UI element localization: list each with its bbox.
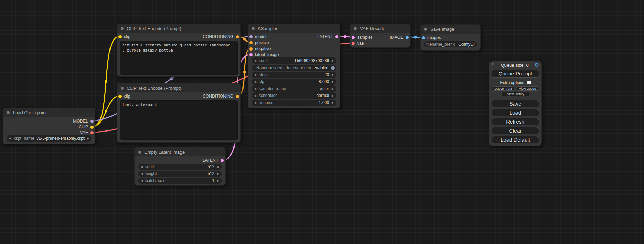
drag-handle-icon[interactable]: ⠿ [492, 63, 495, 68]
collapse-dot-icon[interactable] [138, 151, 141, 154]
widget-filename-prefix[interactable]: filename_prefix ComfyUI [424, 41, 477, 47]
node-title-bar[interactable]: CLIP Text Encode (Prompt) [117, 24, 240, 33]
output-port-clip[interactable] [90, 126, 94, 129]
decrement-arrow-icon[interactable]: ◀ [254, 59, 256, 62]
node-load-checkpoint[interactable]: Load Checkpoint MODEL CLIP VAE ◀ ckpt_na… [3, 108, 95, 144]
output-port-conditioning[interactable] [236, 95, 239, 98]
decrement-arrow-icon[interactable]: ◀ [141, 165, 143, 169]
node-save-image[interactable]: Save Image images filename_prefix ComfyU… [420, 24, 481, 51]
increment-arrow-icon[interactable]: ▶ [332, 80, 334, 83]
node-clip-text-encode-positive[interactable]: CLIP Text Encode (Prompt) clip CONDITION… [117, 24, 241, 77]
increment-arrow-icon[interactable]: ▶ [217, 172, 219, 175]
slot-label: CONDITIONING [203, 34, 233, 39]
output-port-latent[interactable] [335, 35, 338, 38]
widget-seed[interactable]: ◀ seed 156680208700286 ▶ [252, 57, 336, 64]
collapse-dot-icon[interactable] [7, 111, 10, 114]
load-button[interactable]: Load [492, 109, 539, 116]
negative-prompt-textarea[interactable]: text, watermark [120, 100, 238, 140]
output-port-latent[interactable] [221, 159, 224, 162]
increment-arrow-icon[interactable]: ▶ [332, 59, 334, 62]
input-port-images[interactable] [422, 36, 425, 39]
input-port-latent-image[interactable] [249, 53, 253, 56]
save-button[interactable]: Save [492, 100, 539, 107]
collapse-dot-icon[interactable] [121, 87, 124, 90]
node-empty-latent-image[interactable]: Empty Latent Image LATENT ◀ width 512 ▶ … [134, 147, 226, 186]
collapse-dot-icon[interactable] [252, 27, 255, 30]
node-title-bar[interactable]: CLIP Text Encode (Prompt) [117, 83, 240, 92]
widget-cfg[interactable]: ◀ cfg 8.000 ▶ [252, 79, 336, 85]
input-port-model[interactable] [249, 35, 253, 38]
widget-width[interactable]: ◀ width 512 ▶ [138, 164, 222, 170]
widget-steps[interactable]: ◀ steps 20 ▶ [252, 72, 336, 78]
decrement-arrow-icon[interactable]: ◀ [9, 137, 11, 140]
node-title-bar[interactable]: Save Image [421, 25, 480, 34]
node-clip-text-encode-negative[interactable]: CLIP Text Encode (Prompt) clip CONDITION… [117, 83, 241, 143]
decrement-arrow-icon[interactable]: ◀ [254, 80, 256, 83]
decrement-arrow-icon[interactable]: ◀ [141, 179, 143, 182]
collapse-dot-icon[interactable] [121, 27, 124, 30]
decrement-arrow-icon[interactable]: ◀ [254, 87, 256, 90]
widget-scheduler[interactable]: ◀ scheduler normal ▶ [252, 92, 336, 99]
decrement-arrow-icon[interactable]: ◀ [254, 73, 256, 76]
increment-arrow-icon[interactable]: ▶ [217, 179, 219, 182]
widget-denoise[interactable]: ◀ denoise 1.000 ▶ [252, 100, 336, 106]
widget-label: sampler_name [259, 86, 286, 91]
queue-prompt-button[interactable]: Queue Prompt [492, 70, 539, 78]
increment-arrow-icon[interactable]: ▶ [332, 87, 334, 90]
collapse-dot-icon[interactable] [424, 28, 427, 31]
toggle-knob-icon[interactable] [331, 66, 335, 70]
slot-label: model [255, 34, 266, 39]
node-title-bar[interactable]: Load Checkpoint [3, 108, 95, 117]
positive-prompt-textarea[interactable]: beautiful scenery nature glass bottle la… [120, 41, 238, 75]
widget-value: ComfyUI [458, 42, 475, 47]
widget-value: euler [320, 86, 329, 91]
widget-batch-size[interactable]: ◀ batch_size 1 ▶ [138, 178, 222, 184]
output-port-model[interactable] [90, 120, 94, 123]
input-port-negative[interactable] [249, 47, 253, 51]
decrement-arrow-icon[interactable]: ◀ [141, 172, 143, 175]
widget-value: normal [316, 93, 329, 98]
widget-sampler-name[interactable]: ◀ sampler_name euler ▶ [252, 85, 336, 92]
decrement-arrow-icon[interactable]: ◀ [254, 101, 256, 105]
node-title-bar[interactable]: VAE Decode [350, 24, 410, 33]
node-vae-decode[interactable]: VAE Decode samples vae IMAGE [350, 24, 411, 48]
widget-label: steps [259, 72, 269, 77]
widget-label: Random seed after every gen [256, 65, 311, 70]
widget-label: ckpt_name [14, 136, 34, 141]
input-port-positive[interactable] [249, 41, 253, 44]
node-ksampler[interactable]: KSampler model positive negative latent_… [248, 24, 340, 108]
slot-label: CONDITIONING [203, 94, 233, 99]
view-queue-button[interactable]: View Queue [516, 86, 539, 91]
increment-arrow-icon[interactable]: ▶ [332, 73, 334, 76]
widget-ckpt-name[interactable]: ◀ ckpt_name v1-5-pruned-emaonly.ckpt ▶ [7, 135, 91, 142]
input-port-clip[interactable] [118, 35, 122, 38]
collapse-dot-icon[interactable] [354, 27, 357, 30]
extra-options-checkbox[interactable] [527, 81, 531, 84]
widget-height[interactable]: ◀ height 512 ▶ [138, 171, 222, 177]
increment-arrow-icon[interactable]: ▶ [332, 101, 334, 105]
decrement-arrow-icon[interactable]: ◀ [254, 94, 256, 97]
node-title-bar[interactable]: Empty Latent Image [135, 147, 225, 156]
view-history-button[interactable]: View History [501, 92, 530, 96]
settings-gear-icon[interactable]: ⚙ [535, 62, 539, 68]
node-title-bar[interactable]: KSampler [248, 24, 340, 33]
increment-arrow-icon[interactable]: ▶ [217, 165, 219, 169]
input-port-samples[interactable] [352, 36, 355, 39]
input-port-vae[interactable] [352, 42, 355, 45]
queue-front-button[interactable]: Queue Front [492, 86, 515, 91]
increment-arrow-icon[interactable]: ▶ [332, 94, 334, 97]
clear-button[interactable]: Clear [492, 127, 539, 134]
widget-random-seed-toggle[interactable]: Random seed after every gen enabled [252, 65, 336, 71]
refresh-button[interactable]: Refresh [492, 118, 539, 125]
load-default-button[interactable]: Load Default [492, 136, 539, 143]
output-slot-clip: CLIP [79, 124, 94, 130]
output-port-image[interactable] [406, 36, 409, 39]
input-slot-clip: clip [118, 93, 130, 99]
slot-label: VAE [80, 130, 88, 135]
increment-arrow-icon[interactable]: ▶ [87, 137, 89, 140]
output-port-vae[interactable] [90, 131, 94, 134]
graph-canvas[interactable]: Load Checkpoint MODEL CLIP VAE ◀ ckpt_na… [0, 0, 644, 244]
output-port-conditioning[interactable] [236, 35, 239, 38]
input-port-clip[interactable] [118, 95, 122, 98]
widget-label: filename_prefix [426, 42, 455, 47]
